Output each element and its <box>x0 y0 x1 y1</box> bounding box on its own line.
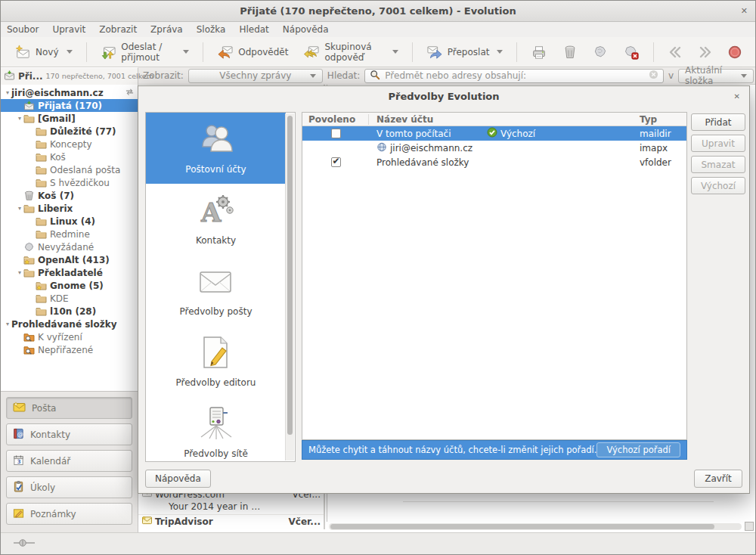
search-scope-dropdown[interactable]: Aktuální složka <box>678 69 754 83</box>
enabled-checkbox[interactable] <box>331 157 341 167</box>
folder-row[interactable]: Koncepty <box>1 138 138 150</box>
prefs-nav-item-4[interactable]: Předvolby sítě <box>146 397 286 462</box>
folder-row[interactable]: Důležité (77) <box>1 125 138 138</box>
menu-item-0[interactable]: Soubor <box>7 24 39 35</box>
scrollbar-thumb[interactable] <box>330 524 714 529</box>
edit-button[interactable]: Upravit <box>691 135 745 152</box>
window-titlebar: Přijaté (170 nepřečteno, 7001 celkem) - … <box>1 1 755 22</box>
toolbar: Nový Odeslat / přijmout Odpovědět Skupin… <box>1 37 755 67</box>
expander-icon[interactable]: ▾ <box>4 89 11 96</box>
clear-search-icon[interactable] <box>649 70 658 82</box>
group-reply-button[interactable]: Skupinová odpověď <box>297 39 404 66</box>
folder-row[interactable]: Nevyžádané <box>1 240 138 253</box>
search-folder-icon <box>23 332 36 343</box>
expander-icon[interactable]: ▾ <box>4 321 11 327</box>
default-order-button[interactable]: Výchozí pořadí <box>596 442 680 457</box>
message-subject[interactable]: Your 2014 year in … <box>138 501 324 514</box>
delete-button[interactable] <box>556 42 584 63</box>
chevron-down-icon[interactable] <box>67 50 73 54</box>
folder-row[interactable]: S hvězdičkou <box>1 176 138 189</box>
folder-row[interactable]: OpenAlt (413) <box>1 253 138 266</box>
message-row[interactable]: TripAdvisorVčer... <box>138 514 324 528</box>
account-row[interactable]: jiri@eischmann.czimapx <box>302 141 686 155</box>
horizontal-scrollbar[interactable] <box>329 523 742 530</box>
dialog-close-icon[interactable]: ✕ <box>734 92 740 101</box>
nav-scrollbar[interactable] <box>285 113 294 460</box>
folder-row[interactable]: ▾Liberix <box>1 202 138 215</box>
help-button[interactable]: Nápověda <box>145 470 211 488</box>
search-input[interactable]: Předmět nebo adresy obsahují: <box>364 69 664 83</box>
folder-row[interactable]: ▾Prohledávané složky <box>1 318 138 330</box>
chevron-down-icon[interactable] <box>183 50 189 54</box>
next-message-button[interactable] <box>692 42 719 62</box>
folder-icon <box>23 203 36 214</box>
menu-item-4[interactable]: Složka <box>197 24 226 35</box>
switcher-koly[interactable]: Úkoly <box>6 476 132 498</box>
folder-row[interactable]: Odeslaná pošta <box>1 163 138 176</box>
menu-item-3[interactable]: Zpráva <box>150 24 183 35</box>
expander-icon[interactable]: ▾ <box>16 205 23 212</box>
sync-icon[interactable] <box>125 88 135 98</box>
switcher-kontakty[interactable]: @Kontakty <box>6 423 132 445</box>
delete-account-button[interactable]: Smazat <box>691 156 745 173</box>
switcher-pota[interactable]: Pošta <box>6 397 132 419</box>
message-filter-dropdown[interactable]: Všechny zprávy <box>188 69 323 83</box>
menu-item-5[interactable]: Hledat <box>239 24 268 35</box>
column-header-name[interactable]: Název účtu <box>369 114 640 125</box>
prefs-nav-item-3[interactable]: Předvolby editoru <box>146 326 286 397</box>
folder-row[interactable]: K vyřízení <box>1 330 138 343</box>
folder-icon <box>36 306 48 317</box>
add-button[interactable]: Přidat <box>691 113 745 131</box>
folder-row[interactable]: Koš <box>1 150 138 163</box>
folder-row[interactable]: ▾[Gmail] <box>1 112 138 125</box>
column-header-type[interactable]: Typ <box>640 114 686 125</box>
folder-row[interactable]: Gnome (5) <box>1 279 138 292</box>
stop-button[interactable] <box>722 42 748 62</box>
new-message-button[interactable]: Nový <box>8 42 79 63</box>
menu-item-6[interactable]: Nápověda <box>283 24 329 35</box>
folder-row[interactable]: Linux (4) <box>1 215 138 228</box>
window-close-icon[interactable]: ✕ <box>741 6 748 16</box>
folder-row[interactable]: l10n (28) <box>1 305 138 318</box>
folder-row[interactable]: Redmine <box>1 228 138 240</box>
prefs-nav-item-2[interactable]: Předvolby pošty <box>146 255 286 326</box>
junk-button[interactable] <box>587 42 614 63</box>
nav-scrollbar-thumb[interactable] <box>287 116 293 435</box>
chevron-down-icon[interactable] <box>392 50 398 54</box>
switcher-kalend[interactable]: 3Kalendář <box>6 450 132 472</box>
folder-row[interactable]: ▾jiri@eischmann.cz <box>1 86 138 99</box>
folder-row[interactable]: Nepřiřazené <box>1 343 138 356</box>
enabled-checkbox[interactable] <box>331 129 341 138</box>
resize-grip[interactable] <box>745 522 754 531</box>
account-enabled-cell[interactable] <box>302 129 369 138</box>
not-junk-button[interactable] <box>617 42 646 63</box>
folder-label: Gnome (5) <box>50 281 104 291</box>
folder-row[interactable]: Koš (7) <box>1 189 138 202</box>
print-button[interactable] <box>525 42 553 63</box>
reply-button[interactable]: Odpovědět <box>211 42 294 63</box>
menu-item-1[interactable]: Upravit <box>52 24 85 35</box>
svg-text:3: 3 <box>17 458 21 465</box>
column-header-enabled[interactable]: Povoleno <box>302 114 369 125</box>
account-row[interactable]: V tomto počítačiVýchozímaildir <box>302 126 686 141</box>
forward-button[interactable]: Přeposlat <box>420 42 510 63</box>
send-receive-button[interactable]: Odeslat / přijmout <box>94 39 195 66</box>
close-dialog-button[interactable]: Zavřít <box>694 470 742 488</box>
pane-handle-icon[interactable] <box>13 538 36 550</box>
folder-row[interactable]: ▾Překladatelé <box>1 266 138 279</box>
folder-tab[interactable]: Při... 170 nepřečteno, 7001 celkem <box>1 67 138 85</box>
menu-item-2[interactable]: Zobrazit <box>99 24 137 35</box>
folder-row[interactable]: KDE <box>1 292 138 305</box>
switcher-poznmky[interactable]: Poznámky <box>6 503 132 525</box>
expander-icon[interactable]: ▾ <box>16 115 23 122</box>
folder-row[interactable]: Přijatá (170) <box>1 99 138 112</box>
expander-icon[interactable]: ▾ <box>16 269 23 276</box>
chevron-down-icon[interactable] <box>497 50 503 54</box>
default-button[interactable]: Výchozí <box>691 177 745 194</box>
prefs-nav-item-0[interactable]: Poštovní účty <box>146 113 286 184</box>
account-enabled-cell[interactable] <box>302 157 369 167</box>
prefs-nav-item-1[interactable]: AKontakty <box>146 184 286 255</box>
previous-message-button[interactable] <box>662 42 689 62</box>
forward-nav-icon <box>698 45 713 59</box>
account-row[interactable]: Prohledávané složkyvfolder <box>302 155 686 169</box>
